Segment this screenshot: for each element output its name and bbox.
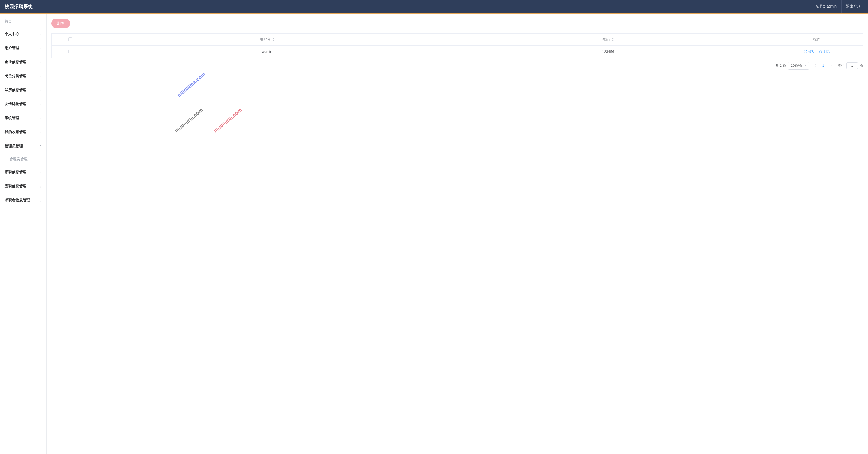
bulk-delete-button[interactable]: 删除 [52, 19, 70, 28]
goto-prefix: 前往 [838, 63, 844, 68]
sidebar-item-recruit-mgmt[interactable]: 招聘信息管理 ⌄ [0, 165, 46, 179]
sidebar-item-links-mgmt[interactable]: 友情链接管理 ⌄ [0, 97, 46, 111]
select-all-checkbox[interactable] [68, 37, 72, 41]
sort-icon [273, 38, 275, 41]
sidebar-item-label: 岗位分类管理 [5, 74, 27, 79]
edit-button[interactable]: 修改 [804, 49, 815, 54]
sidebar-item-position-category[interactable]: 岗位分类管理 ⌄ [0, 69, 46, 83]
header-right: 管理员 admin 退出登录 [810, 0, 865, 13]
admin-user-label[interactable]: 管理员 admin [810, 0, 841, 13]
sidebar-item-label: 友情链接管理 [5, 102, 27, 107]
edit-icon [804, 50, 807, 54]
column-username-label: 用户名 [259, 37, 271, 41]
container: 首页 个人中心 ⌄ 用户管理 ⌄ 企业信息管理 ⌄ 岗位分类管理 ⌄ 学历信息管… [0, 14, 868, 454]
sidebar-item-education-mgmt[interactable]: 学历信息管理 ⌄ [0, 83, 46, 97]
logout-button[interactable]: 退出登录 [841, 0, 865, 13]
sidebar-item-company-mgmt[interactable]: 企业信息管理 ⌄ [0, 55, 46, 69]
prev-page-button[interactable]: 〈 [811, 62, 818, 69]
chevron-down-icon: ⌄ [39, 32, 42, 36]
page-size-select[interactable]: 10条/页 [788, 62, 809, 70]
chevron-down-icon: ⌄ [39, 116, 42, 120]
chevron-down-icon: ⌄ [39, 60, 42, 64]
sidebar-item-system-mgmt[interactable]: 系统管理 ⌄ [0, 111, 46, 125]
chevron-down-icon: ⌄ [39, 88, 42, 92]
chevron-down-icon: ⌄ [39, 130, 42, 134]
chevron-up-icon: ⌄ [39, 144, 42, 148]
sidebar-item-favorites-mgmt[interactable]: 我的收藏管理 ⌄ [0, 125, 46, 139]
column-action: 操作 [770, 33, 863, 46]
header-checkbox-cell [52, 33, 89, 46]
sidebar-item-label: 招聘信息管理 [5, 170, 27, 175]
cell-password: 123456 [446, 46, 770, 58]
pagination: 共 1 条 10条/页 〈 1 〉 前往 页 [52, 62, 863, 70]
goto-page-input[interactable] [846, 62, 858, 69]
page-size-value: 10条/页 [791, 63, 802, 68]
delete-label: 删除 [824, 49, 830, 54]
data-table: 用户名 密码 操作 admin [52, 33, 863, 58]
next-page-button[interactable]: 〉 [828, 62, 836, 69]
sidebar-item-personal[interactable]: 个人中心 ⌄ [0, 27, 46, 41]
row-delete-button[interactable]: 删除 [819, 49, 830, 54]
chevron-down-icon: ⌄ [39, 102, 42, 106]
column-password-label: 密码 [602, 37, 610, 41]
app-title: 校园招聘系统 [5, 3, 33, 10]
edit-label: 修改 [808, 49, 815, 54]
sidebar-item-apply-mgmt[interactable]: 应聘信息管理 ⌄ [0, 179, 46, 193]
sidebar-item-label: 用户管理 [5, 46, 19, 50]
page-number[interactable]: 1 [820, 63, 826, 68]
pagination-total: 共 1 条 [775, 63, 786, 68]
sidebar-subitem-admin-mgmt[interactable]: 管理员管理 [0, 153, 46, 165]
sidebar: 首页 个人中心 ⌄ 用户管理 ⌄ 企业信息管理 ⌄ 岗位分类管理 ⌄ 学历信息管… [0, 14, 47, 454]
sidebar-item-jobseeker-mgmt[interactable]: 求职者信息管理 ⌄ [0, 193, 46, 207]
table-row: admin 123456 修改 删除 [52, 46, 863, 58]
cell-actions: 修改 删除 [770, 46, 863, 58]
sort-icon [612, 38, 614, 41]
sidebar-item-user-mgmt[interactable]: 用户管理 ⌄ [0, 41, 46, 55]
sidebar-item-label: 个人中心 [5, 32, 19, 36]
sidebar-item-label: 应聘信息管理 [5, 184, 27, 188]
cell-username: admin [89, 46, 446, 58]
column-password[interactable]: 密码 [446, 33, 770, 46]
chevron-down-icon: ⌄ [39, 184, 42, 188]
chevron-down-icon: ⌄ [39, 171, 42, 174]
watermark: mudaima.com [174, 107, 204, 134]
sidebar-home[interactable]: 首页 [0, 16, 46, 27]
table-header-row: 用户名 密码 操作 [52, 33, 863, 46]
sidebar-item-admin-mgmt[interactable]: 管理员管理 ⌄ [0, 139, 46, 153]
watermark: mudaima.com [176, 71, 207, 98]
chevron-down-icon: ⌄ [39, 46, 42, 50]
column-username[interactable]: 用户名 [89, 33, 446, 46]
sidebar-item-label: 学历信息管理 [5, 88, 27, 92]
sidebar-item-label: 求职者信息管理 [5, 198, 30, 203]
column-action-label: 操作 [813, 37, 820, 41]
header: 校园招聘系统 管理员 admin 退出登录 [0, 0, 868, 13]
row-checkbox-cell [52, 46, 89, 58]
watermark: mudaima.com [212, 107, 243, 134]
sidebar-item-label: 企业信息管理 [5, 60, 27, 64]
sidebar-item-label: 系统管理 [5, 116, 19, 121]
goto-suffix: 页 [860, 63, 863, 68]
chevron-down-icon: ⌄ [39, 199, 42, 202]
row-checkbox[interactable] [68, 50, 72, 53]
sidebar-item-label: 我的收藏管理 [5, 130, 27, 134]
main-content: 删除 用户名 密码 操作 [47, 14, 868, 454]
sidebar-item-label: 管理员管理 [5, 144, 23, 149]
chevron-down-icon: ⌄ [39, 74, 42, 78]
delete-icon [819, 50, 822, 54]
